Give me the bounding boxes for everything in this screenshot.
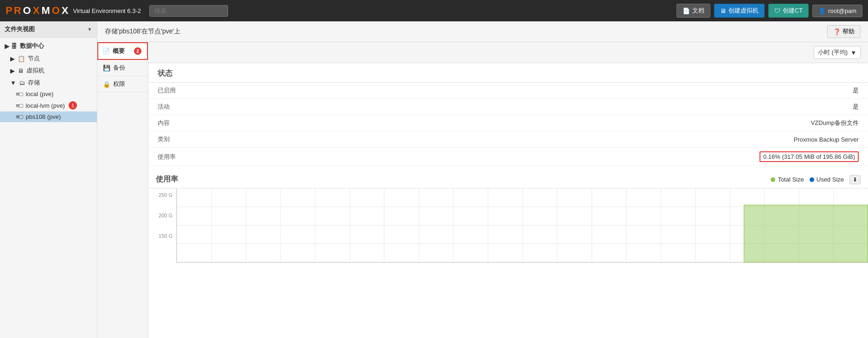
product-version: Virtual Environment 6.3-2: [73, 7, 141, 14]
usage-value: 0.16% (317.05 MiB of 195.86 GiB): [760, 151, 859, 162]
tab-permissions-label: 权限: [113, 80, 125, 88]
user-menu-button[interactable]: 👤 root@pam: [812, 5, 862, 17]
docs-button[interactable]: 📄 文档: [677, 4, 710, 18]
sidebar-section: ▶ 🗄 数据中心 ▶ 📋 节点 ▶ 🖥 虚拟机 ▼ 🗂 存储: [0, 38, 97, 124]
tab-backup[interactable]: 💾 备份: [97, 60, 148, 76]
overview-icon: 📄: [102, 48, 110, 55]
create-ct-button[interactable]: 🛡 创建CT: [768, 4, 809, 18]
storage-expand-icon: ▼: [10, 79, 16, 86]
docs-icon: 📄: [683, 7, 690, 14]
status-value-type: Proxmox Backup Server: [204, 131, 868, 148]
pbs108-label: pbs108 (pve): [26, 113, 61, 120]
local-lvm-badge: 1: [69, 101, 77, 110]
main-layout: 文件夹视图 ▼ ▶ 🗄 数据中心 ▶ 📋 节点 ▶ 🖥 虚拟机: [0, 21, 868, 338]
usage-section-header: 使用率 Total Size Used Size ⬇: [148, 170, 868, 188]
datacenter-label: 数据中心: [20, 42, 44, 50]
total-size-dot: [771, 177, 775, 182]
status-value-enabled: 是: [204, 83, 868, 99]
topbar: P R O X M O X Virtual Environment 6.3-2 …: [0, 0, 868, 21]
total-size-label: Total Size: [778, 176, 804, 183]
storage-group-icon: 🗂: [19, 79, 25, 86]
legend-toggle-button[interactable]: ⬇: [849, 175, 861, 184]
sidebar-header: 文件夹视图 ▼: [0, 21, 97, 38]
status-value-usage: 0.16% (317.05 MiB of 195.86 GiB): [204, 148, 868, 166]
y-label-150: 150 G: [152, 233, 172, 239]
table-row: 内容 VZDump备份文件: [148, 115, 868, 131]
vm-icon: 🖥: [18, 67, 24, 74]
tab-panel: 📄 概要 2 💾 备份 🔒 权限: [97, 42, 148, 338]
help-icon: ❓: [833, 28, 841, 35]
local-pve-label: local (pve): [26, 91, 53, 98]
tab-backup-label: 备份: [113, 64, 125, 72]
legend-used-size: Used Size: [810, 176, 844, 183]
status-value-active: 是: [204, 99, 868, 115]
monitor-icon: 🖥: [720, 7, 726, 14]
status-section-title: 状态: [148, 63, 868, 83]
used-size-dot: [810, 177, 814, 182]
sidebar-item-pbs108[interactable]: ≡□ pbs108 (pve): [0, 111, 97, 122]
permissions-icon: 🔒: [103, 81, 110, 88]
backup-icon: 💾: [103, 65, 110, 72]
usage-section-title: 使用率: [156, 175, 178, 184]
tab-overview-label: 概要: [113, 47, 125, 55]
chart-inner: 250 G 200 G 150 G: [148, 188, 868, 263]
y-axis: 250 G 200 G 150 G: [148, 188, 176, 263]
chart-plot: [176, 188, 868, 263]
legend-total-size: Total Size: [771, 176, 804, 183]
time-selector[interactable]: 小时 (平均) ▼: [814, 46, 861, 59]
sidebar-item-vms[interactable]: ▶ 🖥 虚拟机: [0, 65, 97, 77]
content-area: 存储'pbs108'在节点'pve'上 ❓ 帮助 📄 概要 2 💾 备份: [97, 21, 868, 338]
create-vm-button[interactable]: 🖥 创建虚拟机: [714, 4, 765, 18]
used-size-label: Used Size: [817, 176, 844, 183]
logo: P R O X M O X Virtual Environment 6.3-2: [6, 5, 141, 17]
user-icon: 👤: [818, 7, 826, 14]
chart-bar-total-size: [744, 205, 868, 262]
sidebar-collapse-icon[interactable]: ▼: [87, 26, 92, 32]
sidebar-item-nodes[interactable]: ▶ 📋 节点: [0, 52, 97, 65]
chart-area: 250 G 200 G 150 G: [148, 188, 868, 338]
datacenter-icon: ▶ 🗄: [5, 43, 17, 50]
tab-overview-badge: 2: [134, 47, 141, 55]
sidebar-item-datacenter[interactable]: ▶ 🗄 数据中心: [0, 39, 97, 52]
status-table: 已启用 是 活动 是 内容 VZDump备份文件 类别: [148, 83, 868, 166]
help-button[interactable]: ❓ 帮助: [827, 25, 861, 38]
status-key-type: 类别: [148, 131, 204, 148]
sidebar-item-local-pve[interactable]: ≡□ local (pve): [0, 89, 97, 99]
status-key-enabled: 已启用: [148, 83, 204, 99]
chart-legend: Total Size Used Size ⬇: [771, 175, 861, 184]
status-key-usage: 使用率: [148, 148, 204, 166]
content-header: 存储'pbs108'在节点'pve'上 ❓ 帮助: [97, 21, 868, 42]
vm-expand-icon: ▶: [10, 67, 15, 74]
y-label-250: 250 G: [152, 192, 172, 198]
chevron-down-icon: ▼: [850, 49, 856, 56]
search-input[interactable]: [149, 5, 228, 17]
tab-overview[interactable]: 📄 概要 2: [97, 42, 148, 60]
node-label: 节点: [28, 54, 40, 63]
table-row: 已启用 是: [148, 83, 868, 99]
status-value-content: VZDump备份文件: [204, 115, 868, 131]
status-key-content: 内容: [148, 115, 204, 131]
tab-permissions[interactable]: 🔒 权限: [97, 76, 148, 92]
table-row: 类别 Proxmox Backup Server: [148, 131, 868, 148]
local-lvm-icon: ≡□: [16, 102, 23, 109]
topbar-actions: 📄 文档 🖥 创建虚拟机 🛡 创建CT 👤 root@pam: [677, 4, 862, 18]
node-expand-icon: ▶: [10, 55, 15, 62]
table-row: 使用率 0.16% (317.05 MiB of 195.86 GiB): [148, 148, 868, 166]
status-key-active: 活动: [148, 99, 204, 115]
panel-layout: 📄 概要 2 💾 备份 🔒 权限: [97, 42, 868, 338]
sidebar: 文件夹视图 ▼ ▶ 🗄 数据中心 ▶ 📋 节点 ▶ 🖥 虚拟机: [0, 21, 97, 338]
pbs108-icon: ≡□: [16, 113, 23, 120]
main-content: 小时 (平均) ▼ 状态 已启用 是 活动 是: [148, 42, 868, 338]
sidebar-item-storage-group[interactable]: ▼ 🗂 存储: [0, 77, 97, 89]
y-label-200: 200 G: [152, 213, 172, 218]
vm-label: 虚拟机: [26, 66, 45, 75]
content-controls: 小时 (平均) ▼: [148, 42, 868, 63]
local-lvm-label: local-lvm (pve): [26, 102, 65, 109]
table-row: 活动 是: [148, 99, 868, 115]
node-icon: 📋: [18, 55, 25, 62]
local-pve-icon: ≡□: [16, 91, 23, 98]
time-selector-label: 小时 (平均): [818, 48, 848, 57]
storage-group-label: 存储: [28, 78, 40, 87]
sidebar-item-local-lvm[interactable]: ≡□ local-lvm (pve) 1: [0, 99, 97, 111]
container-icon: 🛡: [774, 7, 780, 14]
